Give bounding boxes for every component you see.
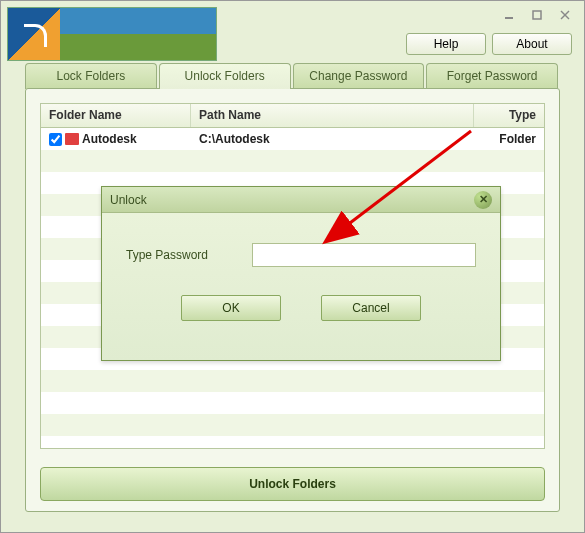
dialog-close-button[interactable]: ✕: [474, 191, 492, 209]
table-header: Folder Name Path Name Type: [41, 104, 544, 128]
cell-path: C:\Autodesk: [191, 130, 474, 148]
about-button[interactable]: About: [492, 33, 572, 55]
table-row[interactable]: Autodesk C:\Autodesk Folder: [41, 128, 544, 150]
help-button[interactable]: Help: [406, 33, 486, 55]
close-button[interactable]: [554, 7, 576, 23]
tab-unlock-folders[interactable]: Unlock Folders: [159, 63, 291, 89]
app-logo: [7, 7, 217, 61]
unlock-dialog: Unlock ✕ Type Password OK Cancel: [101, 186, 501, 361]
ok-button[interactable]: OK: [181, 295, 281, 321]
maximize-button[interactable]: [526, 7, 548, 23]
folder-icon: [65, 133, 79, 145]
dialog-title: Unlock: [110, 193, 147, 207]
unlock-folders-button[interactable]: Unlock Folders: [40, 467, 545, 501]
col-type[interactable]: Type: [474, 104, 544, 127]
tab-bar: Lock Folders Unlock Folders Change Passw…: [25, 63, 560, 89]
tab-forget-password[interactable]: Forget Password: [426, 63, 558, 89]
minimize-button[interactable]: [498, 7, 520, 23]
col-folder-name[interactable]: Folder Name: [41, 104, 191, 127]
row-checkbox[interactable]: [49, 133, 62, 146]
password-input[interactable]: [252, 243, 476, 267]
col-path-name[interactable]: Path Name: [191, 104, 474, 127]
cancel-button[interactable]: Cancel: [321, 295, 421, 321]
tab-change-password[interactable]: Change Password: [293, 63, 425, 89]
svg-rect-1: [533, 11, 541, 19]
dialog-titlebar: Unlock ✕: [102, 187, 500, 213]
logo-bars: [60, 8, 216, 60]
logo-icon: [8, 8, 60, 60]
password-label: Type Password: [126, 248, 236, 262]
cell-type: Folder: [474, 130, 544, 148]
tab-lock-folders[interactable]: Lock Folders: [25, 63, 157, 89]
cell-folder-name: Autodesk: [82, 132, 137, 146]
